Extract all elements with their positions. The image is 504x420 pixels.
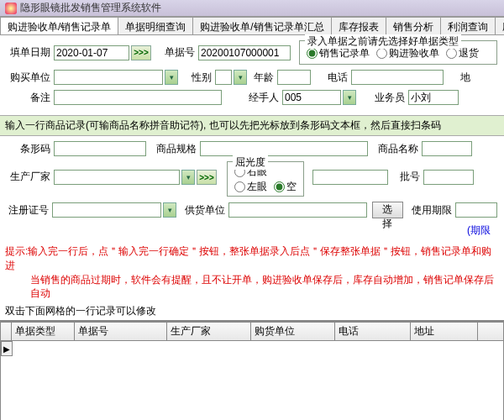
grid-corner <box>0 322 12 341</box>
hint-line-1: 提示:输入完一行后，点＂输入完一行确定＂按钮，整张单据录入后点＂保存整张单据＂按… <box>5 244 499 273</box>
section-product-entry: 输入一行商品记录(可输商品名称拼音助记符), 也可以先把光标放到条形码文本框，然… <box>0 115 504 136</box>
fill-date-input[interactable] <box>54 45 129 60</box>
titlebar: 隐形眼镜批发销售管理系统软件 <box>0 0 504 17</box>
phone-input[interactable] <box>351 70 444 85</box>
age-label: 年龄 <box>254 71 274 85</box>
col-extra[interactable] <box>478 322 504 341</box>
batch-label: 批号 <box>400 161 420 184</box>
tab-5[interactable]: 利润查询 <box>440 17 496 34</box>
mfr-dropdown-icon[interactable] <box>181 170 195 185</box>
reg-label: 注册证号 <box>7 203 49 218</box>
hint-area: 提示:输入完一行后，点＂输入完一行确定＂按钮，整张单据录入后点＂保存整张单据＂按… <box>0 243 504 302</box>
row-marker-icon: ▶ <box>1 341 13 356</box>
reg-input[interactable] <box>52 202 161 218</box>
mfr-go-button[interactable]: >>> <box>197 170 217 185</box>
barcode-input[interactable] <box>54 141 146 156</box>
diopter-group: 屈光度 右眼 左眼 空 <box>227 161 304 197</box>
tab-bar: 购进验收单/销售记录单 单据明细查询 购进验收单/销售记录单汇总 库存报表 销售… <box>0 17 504 35</box>
spec-input[interactable] <box>200 141 368 156</box>
period-limit-text: (期限 <box>7 223 497 238</box>
handler-label: 经手人 <box>249 91 279 105</box>
radio-left-eye[interactable]: 左眼 <box>234 180 267 194</box>
phone-label: 电话 <box>328 71 348 85</box>
doc-no-input[interactable] <box>198 45 291 60</box>
diopter-input[interactable] <box>312 170 388 185</box>
barcode-label: 条形码 <box>7 142 50 156</box>
handler-dropdown-icon[interactable] <box>343 90 356 105</box>
mfr-input[interactable] <box>54 170 180 185</box>
spec-label: 商品规格 <box>156 142 197 156</box>
doc-no-label: 单据号 <box>165 45 195 60</box>
hint-line-2: 当销售的商品过期时，软件会有提醒，且不让开单，购进验收单保存后，库存自动增加，销… <box>5 273 499 302</box>
fill-date-go-button[interactable]: >>> <box>131 45 151 60</box>
batch-input[interactable] <box>423 170 474 185</box>
diopter-group-title: 屈光度 <box>233 155 268 170</box>
fill-date-label: 填单日期 <box>7 45 50 60</box>
col-buyer[interactable]: 购货单位 <box>251 322 335 341</box>
expiry-label: 使用期限 <box>412 203 452 218</box>
buyer-dropdown-icon[interactable] <box>165 70 178 85</box>
app-icon <box>5 3 17 14</box>
col-doc-type[interactable]: 单据类型 <box>12 322 75 341</box>
grid-hint: 双击下面网格的一行记录可以修改 <box>0 302 504 321</box>
tab-2[interactable]: 购进验收单/销售记录单汇总 <box>192 17 331 34</box>
col-phone[interactable]: 电话 <box>335 322 411 341</box>
reg-dropdown-icon[interactable] <box>163 202 176 218</box>
col-doc-no[interactable]: 单据号 <box>75 322 167 341</box>
supplier-input[interactable] <box>228 202 367 218</box>
doc-type-group-title: 录入单据之前请先选择好单据类型 <box>305 34 461 49</box>
handler-input[interactable] <box>282 90 341 105</box>
col-mfr[interactable]: 生产厂家 <box>167 322 251 341</box>
product-form: 条形码 商品规格 商品名称 生产厂家 >>> 屈光度 右眼 左眼 空 批号 <box>0 136 504 243</box>
supplier-label: 供货单位 <box>185 203 225 218</box>
select-button[interactable]: 选择 <box>372 202 403 218</box>
tab-6[interactable]: 应收 <box>495 17 504 34</box>
doc-type-group: 录入单据之前请先选择好单据类型 销售记录单 购进验收单 退货 <box>299 40 497 65</box>
grid-header: 单据类型 单据号 生产厂家 购货单位 电话 地址 <box>0 322 504 341</box>
tab-0[interactable]: 购进验收单/销售记录单 <box>0 17 118 34</box>
grid-body[interactable]: ▶ <box>0 341 504 420</box>
product-name-label: 商品名称 <box>378 142 418 156</box>
gender-label: 性别 <box>192 71 212 85</box>
tab-4[interactable]: 销售分析 <box>386 17 441 34</box>
gender-input[interactable] <box>215 70 232 85</box>
tab-1[interactable]: 单据明细查询 <box>118 17 193 34</box>
col-address[interactable]: 地址 <box>411 322 478 341</box>
window-title: 隐形眼镜批发销售管理系统软件 <box>20 1 161 15</box>
gender-dropdown-icon[interactable] <box>234 70 247 85</box>
buyer-label: 购买单位 <box>7 71 50 85</box>
salesman-input[interactable] <box>408 90 459 105</box>
age-input[interactable] <box>277 70 311 85</box>
mfr-label: 生产厂家 <box>7 161 50 184</box>
buyer-input[interactable] <box>54 70 163 85</box>
product-name-input[interactable] <box>422 141 472 156</box>
salesman-label: 业务员 <box>375 91 405 105</box>
tab-3[interactable]: 库存报表 <box>331 17 386 34</box>
expiry-input[interactable] <box>455 202 497 218</box>
remark-label: 备注 <box>7 91 50 105</box>
address-label: 地 <box>460 71 470 85</box>
remark-input[interactable] <box>54 90 222 105</box>
data-grid: 单据类型 单据号 生产厂家 购货单位 电话 地址 ▶ <box>0 321 504 420</box>
form-area: 填单日期 >>> 单据号 录入单据之前请先选择好单据类型 销售记录单 购进验收单… <box>0 35 504 115</box>
radio-empty[interactable]: 空 <box>274 180 297 194</box>
